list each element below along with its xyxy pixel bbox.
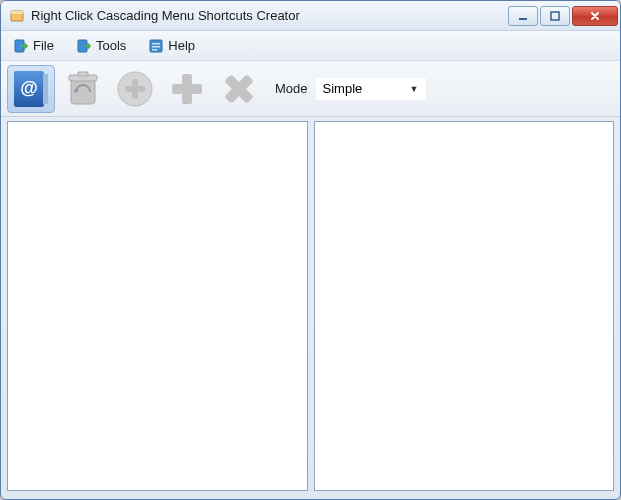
mode-control: Mode Simple ▼ — [275, 78, 426, 100]
menu-file[interactable]: File — [7, 35, 60, 57]
add-circle-button[interactable] — [111, 65, 159, 113]
svg-rect-3 — [551, 12, 559, 20]
delete-x-button[interactable] — [215, 65, 263, 113]
trash-button[interactable] — [59, 65, 107, 113]
menubar: File Tools Help — [1, 31, 620, 61]
svg-rect-1 — [11, 11, 23, 14]
svg-rect-2 — [519, 18, 527, 20]
file-icon — [13, 38, 29, 54]
window-title: Right Click Cascading Menu Shortcuts Cre… — [31, 8, 508, 23]
svg-rect-9 — [152, 49, 157, 51]
minimize-button[interactable] — [508, 6, 538, 26]
titlebar: Right Click Cascading Menu Shortcuts Cre… — [1, 1, 620, 31]
svg-text:@: @ — [20, 78, 38, 98]
maximize-button[interactable] — [540, 6, 570, 26]
menu-file-label: File — [33, 38, 54, 53]
left-pane[interactable] — [7, 121, 308, 491]
svg-rect-21 — [172, 84, 202, 94]
content-area — [1, 117, 620, 499]
toolbar: @ — [1, 61, 620, 117]
menu-tools[interactable]: Tools — [70, 35, 132, 57]
window-controls — [508, 6, 618, 26]
mode-label: Mode — [275, 81, 308, 96]
chevron-down-icon: ▼ — [410, 84, 419, 94]
close-button[interactable] — [572, 6, 618, 26]
svg-rect-8 — [152, 46, 160, 48]
mode-dropdown[interactable]: Simple ▼ — [316, 78, 426, 100]
svg-rect-12 — [43, 74, 48, 104]
tools-icon — [76, 38, 92, 54]
menu-tools-label: Tools — [96, 38, 126, 53]
add-plus-button[interactable] — [163, 65, 211, 113]
svg-rect-7 — [152, 43, 160, 45]
menu-help[interactable]: Help — [142, 35, 201, 57]
help-icon — [148, 38, 164, 54]
svg-rect-19 — [125, 86, 145, 92]
app-icon — [9, 8, 25, 24]
svg-rect-16 — [78, 72, 88, 76]
menu-help-label: Help — [168, 38, 195, 53]
mode-value: Simple — [323, 81, 363, 96]
right-pane[interactable] — [314, 121, 615, 491]
addressbook-button[interactable]: @ — [7, 65, 55, 113]
app-window: Right Click Cascading Menu Shortcuts Cre… — [0, 0, 621, 500]
